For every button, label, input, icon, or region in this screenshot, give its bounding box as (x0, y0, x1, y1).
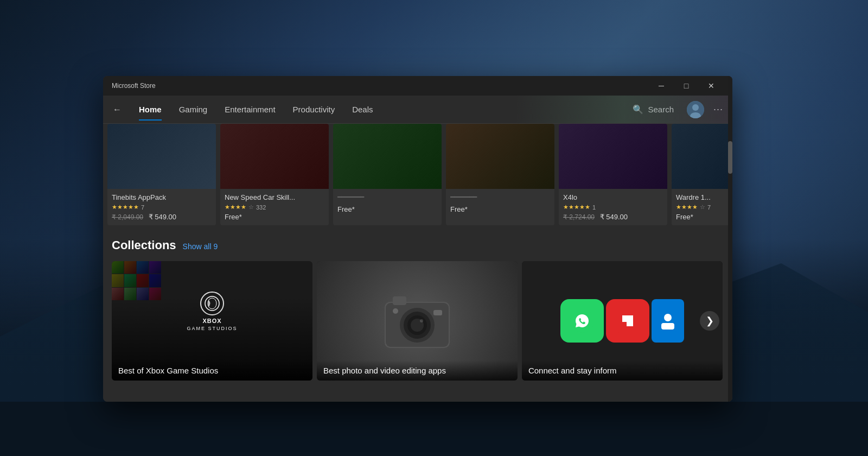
collections-section: Collections Show all 9 (103, 234, 732, 389)
close-button[interactable]: ✕ (699, 76, 724, 96)
xbox-logo: XBOXGAME STUDIOS (187, 292, 237, 348)
search-button[interactable]: 🔍 Search (624, 101, 682, 118)
maximize-button[interactable]: □ (674, 76, 699, 96)
app-rating-x4lo: ★★★★★ 1 (563, 204, 663, 211)
app-thumbnail-unknown2 (446, 124, 554, 189)
nav-item-home[interactable]: Home (131, 102, 169, 117)
svg-point-20 (664, 314, 672, 321)
stars-icon: ★★★★ (676, 204, 698, 211)
app-thumbnail-unknown1 (333, 124, 442, 189)
window-title: Microsoft Store (112, 82, 649, 90)
collection-label-xbox: Best of Xbox Game Studios (112, 360, 312, 381)
blue-app-svg (657, 310, 679, 332)
stars-icon: ★★★★★ (112, 204, 139, 211)
nav-item-productivity[interactable]: Productivity (285, 102, 343, 117)
app-thumbnail-wardre (672, 124, 732, 189)
app-name-x4lo: X4lo (563, 193, 663, 201)
flipboard-svg (616, 309, 640, 333)
app-name-wardre: Wardre 1... (676, 193, 732, 201)
titlebar: Microsoft Store ─ □ ✕ (103, 76, 732, 96)
svg-point-1 (692, 104, 699, 111)
nav-item-entertainment[interactable]: Entertainment (217, 102, 283, 117)
avatar-image (687, 101, 704, 118)
scrollbar-thumb[interactable] (728, 141, 732, 174)
blue-app-icon-large (652, 299, 684, 343)
ms-store-window: Microsoft Store ─ □ ✕ ← Home Gaming (103, 76, 732, 402)
svg-rect-21 (661, 323, 674, 330)
titlebar-controls: ─ □ ✕ (649, 76, 724, 96)
app-price-x4lo: ₹ 2,724.00 ₹ 549.00 (563, 213, 663, 221)
app-name-unknown1: ━━━━━━━ (337, 193, 437, 201)
original-price: ₹ 2,049.00 (112, 213, 143, 221)
nav-right: 🔍 Search ··· (624, 100, 728, 119)
flipboard-icon-large (606, 299, 649, 343)
back-button[interactable]: ← (107, 100, 127, 119)
svg-rect-13 (433, 310, 442, 315)
scrollbar-track[interactable] (728, 76, 732, 402)
xbox-text: XBOXGAME STUDIOS (187, 318, 237, 332)
app-thumbnail-tinebits (107, 124, 216, 189)
nav-items: Home Gaming Entertainment Productivity D… (131, 102, 624, 117)
collection-label-connect: Connect and stay inform (522, 360, 723, 381)
current-price: Free* (337, 205, 355, 213)
rating-count: 1 (592, 204, 596, 211)
collections-header: Collections Show all 9 (112, 238, 724, 252)
minimize-button[interactable]: ─ (649, 76, 674, 96)
back-icon: ← (113, 105, 122, 115)
user-avatar[interactable] (687, 101, 704, 118)
svg-point-3 (205, 296, 219, 311)
current-price: ₹ 549.00 (600, 213, 628, 221)
collection-card-xbox[interactable]: XBOXGAME STUDIOS Best of Xbox Game Studi… (112, 261, 312, 381)
app-card-wardre[interactable]: Wardre 1... ★★★★ ☆ 7 Free* (672, 124, 732, 225)
current-price: Free* (225, 213, 242, 221)
collections-grid: XBOXGAME STUDIOS Best of Xbox Game Studi… (112, 261, 724, 381)
more-icon: ··· (713, 104, 723, 115)
current-price: Free* (450, 205, 468, 213)
collections-next-button[interactable]: ❯ (700, 311, 719, 331)
content-area[interactable]: Tinebits AppPack ★★★★★ 7 ₹ 2,049.00 ₹ 54… (103, 124, 732, 402)
app-name-speedcar: New Speed Car Skill... (225, 193, 324, 201)
original-price: ₹ 2,724.00 (563, 213, 595, 221)
chevron-right-icon: ❯ (706, 315, 714, 327)
app-price-speedcar: Free* (225, 213, 324, 221)
svg-rect-18 (622, 322, 627, 326)
stars-icon: ★★★★★ (563, 204, 590, 211)
nav-item-gaming[interactable]: Gaming (171, 102, 215, 117)
app-card-x4lo[interactable]: X4lo ★★★★★ 1 ₹ 2,724.00 ₹ 549.00 (559, 124, 667, 225)
app-card-unknown2[interactable]: ━━━━━━━ Free* (446, 124, 554, 225)
app-card-speedcar[interactable]: New Speed Car Skill... ★★★★ ☆ 332 Free* (220, 124, 329, 225)
app-card-tinebits[interactable]: Tinebits AppPack ★★★★★ 7 ₹ 2,049.00 ₹ 54… (107, 124, 216, 225)
svg-rect-12 (393, 296, 406, 305)
apps-row: Tinebits AppPack ★★★★★ 7 ₹ 2,049.00 ₹ 54… (103, 124, 732, 234)
rating-count: 7 (141, 204, 144, 211)
collection-label-photo: Best photo and video editing apps (317, 360, 518, 381)
navbar: ← Home Gaming Entertainment Productivity… (103, 96, 732, 124)
app-price-unknown1: Free* (337, 205, 437, 213)
rating-count: 332 (256, 204, 266, 211)
app-name-tinebits: Tinebits AppPack (112, 193, 212, 201)
whatsapp-svg (570, 309, 594, 333)
current-price: ₹ 549.00 (149, 213, 176, 221)
svg-point-14 (393, 308, 398, 314)
stars-icon: ★★★★ (225, 204, 246, 211)
xbox-x-icon (205, 296, 220, 311)
collections-title: Collections (112, 238, 176, 252)
app-rating-wardre: ★★★★ ☆ 7 (676, 204, 732, 211)
app-rating-tinebits: ★★★★★ 7 (112, 204, 212, 211)
collection-card-connect[interactable]: Connect and stay inform (522, 261, 723, 381)
show-all-link[interactable]: Show all 9 (183, 242, 218, 251)
collection-card-photo[interactable]: Best photo and video editing apps (317, 261, 518, 381)
more-options-button[interactable]: ··· (709, 100, 728, 119)
app-thumbnail-x4lo (559, 124, 667, 189)
app-name-unknown2: ━━━━━━━ (450, 193, 550, 201)
camera-svg (374, 277, 461, 364)
svg-point-11 (420, 319, 423, 322)
app-price-tinebits: ₹ 2,049.00 ₹ 549.00 (112, 213, 212, 221)
app-price-wardre: Free* (676, 213, 732, 221)
nav-item-deals[interactable]: Deals (344, 102, 380, 117)
app-card-unknown1[interactable]: ━━━━━━━ Free* (333, 124, 442, 225)
app-thumbnail-speedcar (220, 124, 329, 189)
app-rating-speedcar: ★★★★ ☆ 332 (225, 204, 324, 211)
rating-count: 7 (707, 204, 711, 211)
current-price: Free* (676, 213, 693, 221)
